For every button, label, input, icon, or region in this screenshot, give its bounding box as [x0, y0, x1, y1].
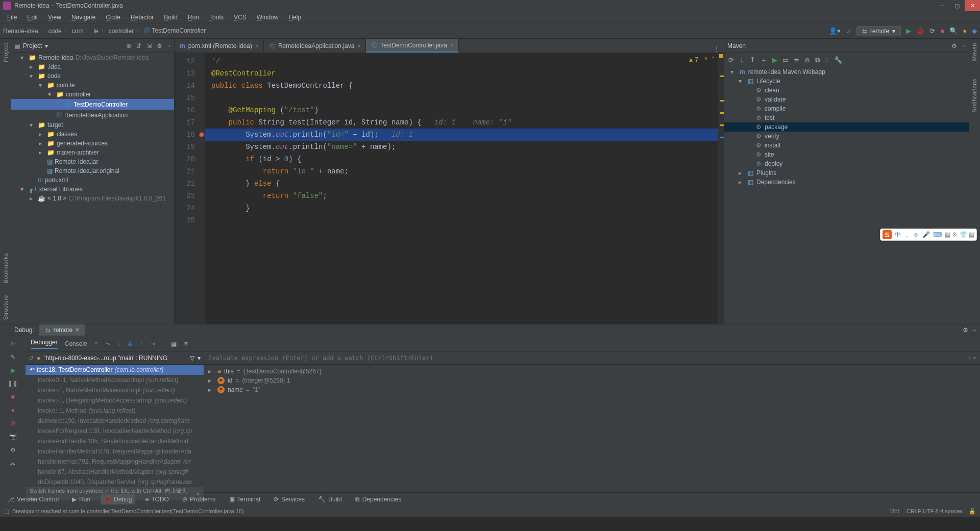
toolwindow-button-build[interactable]: 🔨Build [315, 494, 345, 504]
hide-icon[interactable]: − [962, 42, 966, 49]
show-dependencies-icon[interactable]: ⧉ [815, 56, 820, 64]
menu-edit[interactable]: Edit [23, 13, 42, 22]
restart-frame-icon[interactable]: ↺ [29, 355, 34, 362]
step-out-icon[interactable]: ↑ [140, 340, 143, 347]
toolwindow-button-version-control[interactable]: ⎇Version Control [4, 494, 62, 504]
stack-frame[interactable]: invokeHandlerMethod:878, RequestMappingH… [26, 446, 204, 457]
close-tab-icon[interactable]: × [255, 43, 258, 49]
variable-row[interactable]: ▸P name = "1" [208, 385, 976, 394]
stack-frame[interactable]: ↶ test:18, TestDemoController (com.le.co… [26, 365, 204, 375]
ide-settings-icon[interactable]: ◆ [972, 27, 977, 35]
menu-code[interactable]: Code [102, 13, 125, 22]
toolwindow-button-dependencies[interactable]: ⧉Dependencies [352, 494, 405, 504]
minimize-button[interactable]: ─ [934, 0, 949, 11]
hide-icon[interactable]: − [167, 42, 171, 49]
code-editor[interactable]: 1213141516171819202122232425 */@RestCont… [175, 53, 724, 324]
evaluate-expression-input[interactable]: + ▾ [204, 351, 980, 365]
force-step-into-icon[interactable]: ⇊ [128, 340, 133, 347]
menu-vcs[interactable]: VCS [230, 13, 251, 22]
run-button[interactable]: ▶ [906, 27, 911, 35]
tree-item-code[interactable]: ▾📁 code [11, 71, 174, 81]
close-button[interactable]: ✕ [965, 0, 980, 11]
breadcrumb-segment[interactable]: le [93, 28, 98, 35]
variable-row[interactable]: ▸P id = {Integer@5268} 1 [208, 376, 976, 385]
tree-item--idea[interactable]: ▸📁 .idea [11, 62, 174, 71]
breadcrumb-segment[interactable]: com [72, 28, 84, 35]
frames-dropdown-icon[interactable]: ▾ [198, 355, 201, 362]
toggle-offline-icon[interactable]: ⋕ [794, 56, 799, 64]
breadcrumb[interactable]: Remote-idea〉code〉com〉le〉controller〉Ⓒ Tes… [3, 27, 206, 35]
toolwindow-button-services[interactable]: ⟳Services [271, 494, 308, 504]
stack-frame[interactable]: invoke:-1, NativeMethodAccessorImpl (sun… [26, 385, 204, 395]
variable-row[interactable]: ▸≡ this = {TestDemoController@5267} [208, 367, 976, 376]
menu-window[interactable]: Window [253, 13, 283, 22]
reload-icon[interactable]: ⟳ [728, 56, 734, 64]
project-toolwindow-button[interactable]: Project [3, 43, 9, 62]
ime-bar[interactable]: S 中，☺🎤⌨ ▦ ⚙ 👕 ▦ [880, 229, 977, 241]
tree-item-generated-sources[interactable]: ▸📁 generated-sources [11, 139, 174, 148]
stack-frame[interactable]: invokeForRequest:138, InvocableHandlerMe… [26, 426, 204, 436]
settings-icon[interactable]: ⚙ [963, 326, 968, 334]
maven-item-plugins[interactable]: ▸▥Plugins [724, 168, 969, 178]
tree-item-remote-idea-jar[interactable]: ▥ Remote-idea.jar [11, 157, 174, 166]
maven-item-deploy[interactable]: ⚙deploy [724, 159, 969, 168]
execute-goal-icon[interactable]: ▭ [782, 56, 789, 64]
tree-item-maven-archiver[interactable]: ▸📁 maven-archiver [11, 148, 174, 157]
debugger-tab[interactable]: Debugger [31, 339, 58, 349]
console-tab[interactable]: Console [65, 340, 87, 347]
coverage-button[interactable]: ⟳ [929, 27, 935, 35]
stack-frame[interactable]: invoke:-1, DelegatingMethodAccessorImpl … [26, 395, 204, 406]
variables-list[interactable]: ▸≡ this = {TestDemoController@5267}▸P id… [204, 365, 980, 500]
breadcrumb-segment[interactable]: code [48, 28, 62, 35]
toolwindow-button-todo[interactable]: ≡TODO [142, 494, 172, 504]
error-stripe[interactable] [718, 53, 724, 324]
maven-item-install[interactable]: ⚙install [724, 141, 969, 150]
rerun-button[interactable]: ↻ [8, 339, 17, 348]
maven-item-clean[interactable]: ⚙clean [724, 86, 969, 95]
thread-selector[interactable]: "http-nio-8080-exec-...roup "main": RUNN… [43, 355, 187, 362]
toolwindow-button-terminal[interactable]: ▣Terminal [226, 494, 263, 504]
run-config-selector[interactable]: ⇆ remote▾ [856, 26, 901, 36]
stack-frame[interactable]: handle:87, AbstractHandlerMethodAdapter … [26, 467, 204, 477]
add-project-icon[interactable]: ＋ [761, 56, 767, 65]
user-icon[interactable]: 👤▾ [829, 27, 841, 35]
maven-tree[interactable]: ▾mremote-idea Maven Webapp▾▥Lifecycle⚙cl… [724, 67, 969, 324]
toggle-skip-tests-icon[interactable]: ⊘ [804, 56, 810, 64]
editor-tab[interactable]: ⒸRemoteIdeaApplication.java× [264, 39, 366, 53]
maven-item-compile[interactable]: ⚙compile [724, 104, 969, 113]
more-tabs-icon[interactable]: ⋮ [714, 45, 720, 53]
resume-button[interactable]: ▶ [8, 366, 17, 375]
stop-button[interactable]: ■ [8, 392, 17, 401]
editor-tab[interactable]: ⒸTestDemoController.java× [366, 39, 459, 53]
maven-item-package[interactable]: ⚙package [724, 122, 969, 132]
menu-run[interactable]: Run [184, 13, 203, 22]
menu-help[interactable]: Help [284, 13, 305, 22]
maven-item-lifecycle[interactable]: ▾▥Lifecycle [724, 77, 969, 86]
menu-tools[interactable]: Tools [205, 13, 228, 22]
tree-item-com-le[interactable]: ▾📁 com.le [11, 81, 174, 90]
breadcrumb-segment[interactable]: controller [109, 28, 134, 35]
tree-item-testdemocontroller[interactable]: Ⓒ TestDemoController [11, 99, 174, 110]
trace-current-stream-chain-icon[interactable]: ≋ [184, 340, 189, 347]
download-sources-icon[interactable]: ⤒ [750, 56, 755, 64]
caret-position[interactable]: 18:1 [890, 508, 900, 515]
toolwindow-button-problems[interactable]: ⊘Problems [179, 494, 219, 504]
file-encoding[interactable]: CRLF UTF-8 4 spaces [906, 508, 963, 515]
breadcrumb-segment[interactable]: Ⓒ TestDemoController [144, 27, 206, 35]
debug-button[interactable]: 🐞 [916, 27, 924, 35]
search-everywhere-icon[interactable]: 🔍 [949, 27, 958, 35]
pin-button[interactable]: ⫘ [8, 459, 17, 468]
maven-item-dependencies[interactable]: ▸▥Dependencies [724, 178, 969, 187]
maven-settings-icon[interactable]: 🔧 [834, 56, 842, 64]
tree-item-target[interactable]: ▾📁 target [11, 120, 174, 130]
mute-breakpoints-button[interactable]: ⊘ [8, 419, 17, 428]
maven-item-remote-idea-maven-webapp[interactable]: ▾mremote-idea Maven Webapp [724, 67, 969, 77]
run-to-cursor-icon[interactable]: ⇥ [150, 340, 155, 347]
get-thread-dump-button[interactable]: 📷 [8, 432, 17, 441]
step-into-icon[interactable]: ↓ [117, 340, 120, 347]
debug-session-tab[interactable]: ⇆ remote × [39, 324, 85, 336]
menu-file[interactable]: File [3, 13, 21, 22]
tree-item-pom-xml[interactable]: m pom.xml [11, 175, 174, 185]
step-over-icon[interactable]: ⤼ [105, 340, 110, 347]
run-maven-icon[interactable]: ▶ [772, 56, 777, 64]
